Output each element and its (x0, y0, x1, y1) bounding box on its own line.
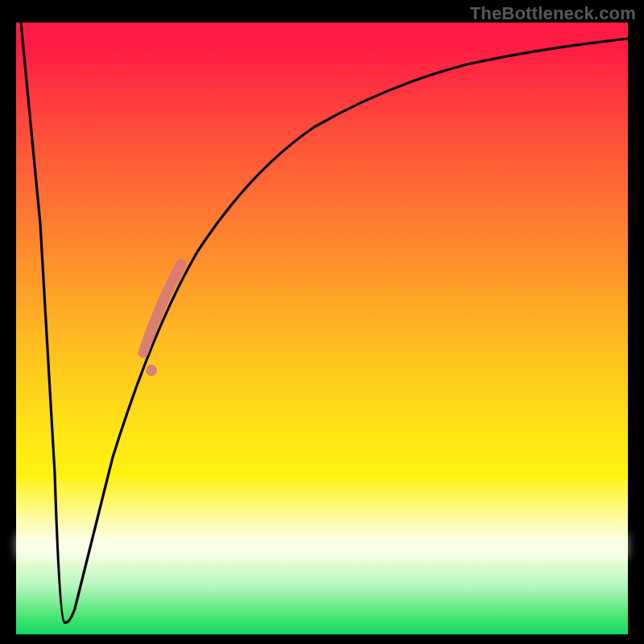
plot-area (16, 23, 628, 634)
curve-svg (16, 23, 628, 634)
highlight-dot (146, 365, 157, 376)
bottleneck-curve (21, 23, 628, 622)
chart-frame: TheBottleneck.com (0, 0, 644, 644)
watermark-label: TheBottleneck.com (470, 3, 636, 24)
highlight-segment (143, 264, 181, 353)
